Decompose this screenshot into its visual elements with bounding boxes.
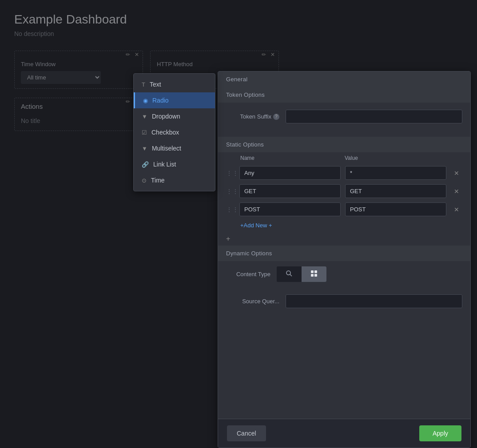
- type-text-item[interactable]: T Text: [134, 76, 215, 92]
- time-icon: ⊙: [142, 177, 147, 184]
- drag-handle-icon[interactable]: ⋮⋮: [226, 188, 235, 195]
- static-table-header: Name Value: [218, 152, 470, 164]
- type-time-label: Time: [151, 177, 165, 184]
- row-value-input-1[interactable]: [345, 166, 446, 180]
- checkbox-icon: ☑: [142, 129, 147, 136]
- value-column-header: Value: [345, 155, 443, 161]
- static-row: ⋮⋮ ✕: [218, 182, 470, 200]
- token-options-body: Token Suffix ?: [218, 103, 470, 137]
- type-dropdown-menu: T Text ◉ Radio ▼ Dropdown ☑ Checkbox ▼ M…: [133, 73, 215, 191]
- content-type-toggle: [277, 266, 326, 282]
- static-options-section-header: Static Options: [218, 137, 470, 152]
- svg-line-1: [290, 274, 292, 276]
- drag-handle-icon[interactable]: ⋮⋮: [226, 170, 235, 177]
- type-checkbox-item[interactable]: ☑ Checkbox: [134, 124, 215, 140]
- source-query-label: Source Quer...: [226, 298, 279, 305]
- remove-row-button-3[interactable]: ✕: [451, 204, 462, 215]
- text-icon: T: [142, 81, 145, 88]
- modal-scroll-area[interactable]: General Token Options Token Suffix ? Sta…: [218, 71, 470, 419]
- type-text-label: Text: [150, 81, 161, 88]
- type-linklist-label: Link List: [153, 161, 176, 168]
- token-suffix-help-icon[interactable]: ?: [273, 114, 279, 120]
- dropdown-icon: ▼: [142, 113, 147, 120]
- type-dropdown-label: Dropdown: [152, 113, 180, 120]
- name-column-header: Name: [240, 155, 338, 161]
- type-dropdown-item[interactable]: ▼ Dropdown: [134, 108, 215, 124]
- token-suffix-row: Token Suffix ?: [226, 110, 462, 123]
- type-linklist-item[interactable]: 🔗 Link List: [134, 156, 215, 172]
- linklist-icon: 🔗: [142, 161, 149, 168]
- svg-rect-2: [311, 270, 314, 273]
- drag-handle-icon[interactable]: ⋮⋮: [226, 206, 235, 213]
- cancel-button[interactable]: Cancel: [227, 425, 266, 441]
- token-suffix-label: Token Suffix ?: [226, 113, 279, 120]
- type-multiselect-item[interactable]: ▼ Multiselect: [134, 140, 215, 156]
- general-section-header: General: [218, 71, 470, 87]
- token-options-section-header: Token Options: [218, 87, 470, 103]
- dynamic-options-section-header: Dynamic Options: [218, 246, 470, 261]
- content-type-label: Content Type: [226, 271, 270, 278]
- static-row: ⋮⋮ ✕: [218, 200, 470, 218]
- type-time-item[interactable]: ⊙ Time: [134, 172, 215, 188]
- grid-icon: [310, 270, 318, 277]
- source-query-row: Source Quer...: [226, 294, 462, 308]
- type-radio-item[interactable]: ◉ Radio: [134, 92, 215, 108]
- svg-rect-5: [314, 274, 317, 277]
- modal-footer: Cancel Apply: [218, 419, 470, 448]
- remove-row-button-1[interactable]: ✕: [451, 167, 462, 179]
- search-icon: [286, 270, 293, 277]
- row-value-input-2[interactable]: [345, 184, 446, 198]
- plus-add-row[interactable]: +: [218, 232, 470, 246]
- action-column-header: [449, 155, 462, 161]
- radio-icon: ◉: [143, 97, 148, 104]
- content-type-row: Content Type: [218, 261, 470, 287]
- token-suffix-label-text: Token Suffix ?: [240, 113, 279, 120]
- remove-row-button-2[interactable]: ✕: [451, 186, 462, 197]
- row-name-input-1[interactable]: [239, 166, 341, 180]
- row-name-input-2[interactable]: [239, 184, 341, 198]
- add-new-link[interactable]: +Add New +: [218, 218, 470, 232]
- content-type-grid-btn[interactable]: [302, 266, 326, 282]
- content-type-search-btn[interactable]: [277, 266, 302, 282]
- type-radio-label: Radio: [152, 97, 169, 104]
- svg-rect-4: [311, 274, 314, 277]
- apply-button[interactable]: Apply: [419, 425, 461, 441]
- svg-point-0: [286, 271, 290, 275]
- multiselect-icon: ▼: [142, 145, 147, 152]
- settings-modal: General Token Options Token Suffix ? Sta…: [218, 71, 471, 448]
- row-value-input-3[interactable]: [345, 202, 446, 216]
- type-checkbox-label: Checkbox: [151, 129, 179, 136]
- source-query-input[interactable]: [286, 294, 462, 308]
- svg-rect-3: [314, 270, 317, 273]
- dynamic-options-body: Source Quer...: [218, 287, 470, 321]
- static-row: ⋮⋮ ✕: [218, 164, 470, 182]
- row-name-input-3[interactable]: [239, 202, 341, 216]
- token-suffix-input[interactable]: [286, 110, 462, 123]
- type-multiselect-label: Multiselect: [152, 145, 181, 152]
